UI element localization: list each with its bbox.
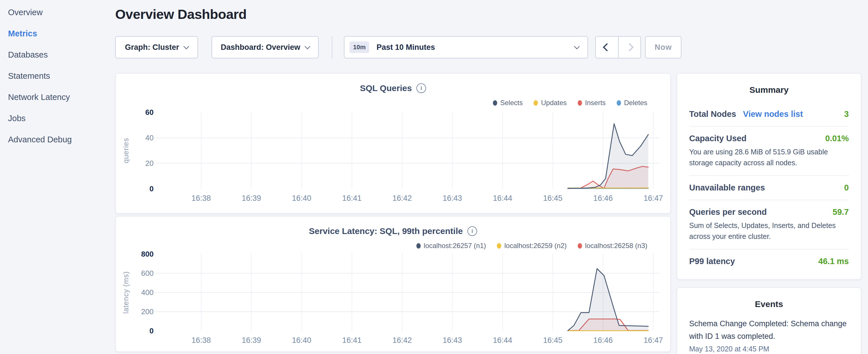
summary-row-label: Unavailable ranges: [689, 183, 765, 192]
event-text: Schema Change Completed: Schema change w…: [689, 318, 849, 343]
summary-row-label: Capacity Used: [689, 134, 746, 143]
y-axis-tick-label: 200: [141, 307, 154, 316]
now-button[interactable]: Now: [645, 36, 681, 58]
summary-row-value: 46.1 ms: [818, 257, 849, 266]
y-axis-tick-label: 400: [141, 288, 154, 297]
x-axis-tick-label: 16:47: [644, 194, 663, 202]
sidebar: OverviewMetricsDatabasesStatementsNetwor…: [0, 2, 115, 150]
sidebar-item-overview[interactable]: Overview: [0, 2, 115, 23]
summary-row-description: You are using 28.6 MiB of 515.9 GiB usab…: [689, 147, 849, 168]
summary-row-head: Unavailable ranges0: [689, 183, 849, 192]
summary-row-label: P99 latency: [689, 257, 735, 266]
sql-queries-chart-card: SQL Queries i SelectsUpdatesInsertsDelet…: [115, 73, 671, 214]
time-range-badge: 10m: [350, 41, 369, 53]
summary-row-label: Queries per second: [689, 207, 767, 217]
y-axis-tick-label: 0: [150, 185, 154, 193]
service-latency-plot[interactable]: 16:3816:3916:4016:4116:4216:4316:4416:45…: [116, 217, 672, 353]
summary-row-value: 59.7: [833, 207, 849, 217]
event-list-item: Schema Change Completed: Schema change w…: [689, 318, 849, 353]
x-axis-tick-label: 16:39: [242, 336, 261, 345]
x-axis-tick-label: 16:38: [191, 194, 211, 202]
chevron-down-icon: [305, 43, 310, 49]
graph-scope-dropdown-label: Graph: Cluster: [125, 43, 179, 52]
sidebar-item-advanced-debug[interactable]: Advanced Debug: [0, 129, 115, 150]
x-axis-tick-label: 16:45: [543, 194, 562, 202]
event-timestamp: May 13, 2020 at 4:45 PM: [689, 345, 849, 353]
graph-scope-dropdown[interactable]: Graph: Cluster: [115, 36, 198, 58]
x-axis-tick-label: 16:39: [242, 194, 261, 202]
x-axis-tick-label: 16:47: [644, 336, 663, 345]
x-axis-tick-label: 16:45: [543, 336, 562, 345]
summary-row-head: P99 latency46.1 ms: [689, 257, 849, 266]
chevron-left-icon: [603, 43, 611, 51]
y-axis-tick-label: 40: [145, 133, 154, 142]
summary-row-queries-per-second: Queries per second59.7Sum of Selects, Up…: [689, 200, 849, 249]
summary-row-capacity-used: Capacity Used0.01%You are using 28.6 MiB…: [689, 126, 849, 175]
time-step-buttons: [595, 36, 641, 58]
summary-row-label: Total Nodes: [689, 109, 736, 119]
x-axis-tick-label: 16:40: [292, 194, 311, 202]
y-axis-title: latency (ms): [122, 271, 130, 314]
sql-queries-plot[interactable]: 16:3816:3916:4016:4116:4216:4316:4416:45…: [116, 74, 672, 214]
x-axis-tick-label: 16:40: [292, 336, 311, 345]
sidebar-item-databases[interactable]: Databases: [0, 44, 115, 65]
sidebar-item-metrics[interactable]: Metrics: [0, 23, 115, 44]
service-latency-chart-card: Service Latency: SQL, 99th percentile i …: [115, 216, 671, 352]
y-axis-tick-label: 600: [141, 269, 154, 278]
time-range-picker[interactable]: 10m Past 10 Minutes: [344, 36, 588, 58]
summary-panel: Summary Total NodesView nodes list3Capac…: [677, 73, 861, 280]
time-step-back-button[interactable]: [596, 37, 618, 58]
summary-row-value: 0.01%: [825, 134, 849, 143]
summary-row-head: Capacity Used0.01%: [689, 134, 849, 143]
x-axis-tick-label: 16:44: [493, 194, 513, 202]
events-list: Schema Change Completed: Schema change w…: [677, 318, 861, 353]
x-axis-tick-label: 16:44: [493, 336, 513, 345]
chevron-down-icon: [183, 43, 189, 49]
summary-row-value: 0: [844, 183, 849, 192]
dashboard-dropdown-label: Dashboard: Overview: [221, 43, 300, 52]
events-title: Events: [677, 299, 861, 309]
page-title: Overview Dashboard: [115, 6, 247, 22]
y-axis-tick-label: 60: [145, 108, 154, 117]
sidebar-item-jobs[interactable]: Jobs: [0, 108, 115, 129]
chevron-right-icon: [626, 43, 633, 51]
summary-row-description: Sum of Selects, Updates, Inserts, and De…: [689, 220, 849, 242]
events-panel: Events Schema Change Completed: Schema c…: [677, 287, 861, 354]
x-axis-tick-label: 16:42: [392, 194, 412, 202]
controls-divider: [332, 36, 333, 58]
time-range-label: Past 10 Minutes: [376, 43, 575, 52]
x-axis-tick-label: 16:38: [191, 336, 211, 345]
x-axis-tick-label: 16:42: [392, 336, 412, 345]
x-axis-tick-label: 16:41: [342, 336, 362, 345]
summary-row-head: Queries per second59.7: [689, 207, 849, 217]
x-axis-tick-label: 16:43: [443, 194, 462, 202]
dashboard-dropdown[interactable]: Dashboard: Overview: [212, 36, 319, 58]
summary-row-p99-latency: P99 latency46.1 ms: [689, 249, 849, 273]
y-axis-tick-label: 800: [141, 250, 154, 258]
view-nodes-list-link[interactable]: View nodes list: [743, 109, 803, 119]
summary-rows: Total NodesView nodes list3Capacity Used…: [689, 102, 849, 273]
time-step-forward-button[interactable]: [618, 37, 641, 58]
y-axis-tick-label: 0: [150, 326, 154, 335]
series-area-Selects: [568, 124, 649, 189]
series-area-localhost:26257 (n1): [568, 269, 649, 331]
x-axis-tick-label: 16:46: [593, 336, 613, 345]
x-axis-tick-label: 16:46: [593, 194, 613, 202]
summary-row-unavailable-ranges: Unavailable ranges0: [689, 175, 849, 200]
sidebar-nav-list: OverviewMetricsDatabasesStatementsNetwor…: [0, 2, 115, 150]
sidebar-item-network-latency[interactable]: Network Latency: [0, 87, 115, 108]
x-axis-tick-label: 16:43: [443, 336, 462, 345]
summary-row-value: 3: [844, 109, 849, 119]
y-axis-title: queries: [122, 138, 130, 163]
sidebar-item-statements[interactable]: Statements: [0, 65, 115, 87]
summary-title: Summary: [677, 85, 861, 95]
summary-row-head: Total NodesView nodes list3: [689, 109, 849, 119]
summary-row-total-nodes: Total NodesView nodes list3: [689, 102, 849, 126]
y-axis-tick-label: 20: [145, 159, 154, 167]
chevron-down-icon: [574, 43, 580, 49]
x-axis-tick-label: 16:41: [342, 194, 362, 202]
